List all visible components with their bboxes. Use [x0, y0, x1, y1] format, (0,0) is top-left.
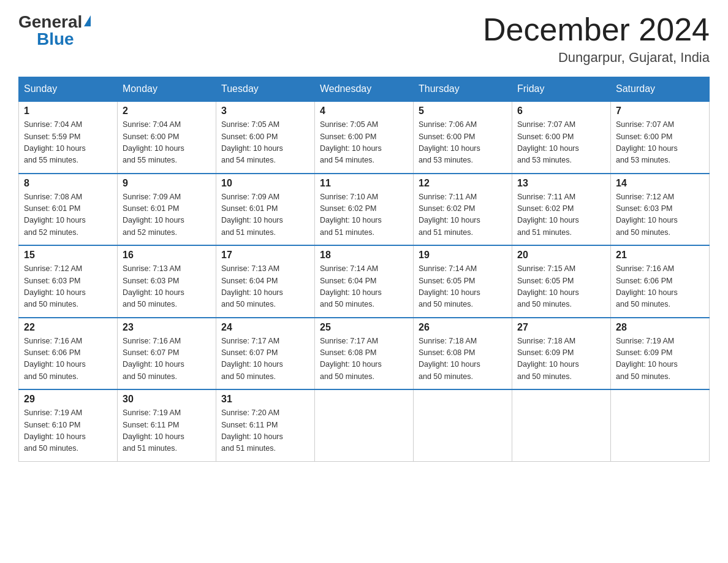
day-number: 26 [419, 322, 507, 333]
day-number: 10 [221, 178, 309, 189]
calendar-cell: 21 Sunrise: 7:16 AM Sunset: 6:06 PM Dayl… [611, 245, 710, 318]
day-number: 14 [616, 178, 704, 189]
week-row-1: 1 Sunrise: 7:04 AM Sunset: 5:59 PM Dayli… [19, 101, 710, 174]
calendar-cell: 19 Sunrise: 7:14 AM Sunset: 6:05 PM Dayl… [414, 245, 512, 318]
calendar-cell [512, 389, 611, 461]
day-number: 11 [320, 178, 408, 189]
day-number: 18 [320, 250, 408, 261]
calendar-cell: 3 Sunrise: 7:05 AM Sunset: 6:00 PM Dayli… [216, 101, 315, 174]
day-number: 29 [24, 394, 112, 405]
day-number: 27 [517, 322, 605, 333]
day-info: Sunrise: 7:19 AM Sunset: 6:10 PM Dayligh… [24, 407, 112, 455]
day-number: 6 [517, 105, 605, 117]
weekday-header-thursday: Thursday [414, 77, 512, 102]
weekday-header-wednesday: Wednesday [315, 77, 414, 102]
day-info: Sunrise: 7:08 AM Sunset: 6:01 PM Dayligh… [24, 191, 112, 239]
day-number: 19 [419, 250, 507, 261]
day-info: Sunrise: 7:13 AM Sunset: 6:04 PM Dayligh… [221, 263, 309, 311]
weekday-header-monday: Monday [118, 77, 216, 102]
calendar-cell: 12 Sunrise: 7:11 AM Sunset: 6:02 PM Dayl… [414, 174, 512, 246]
day-info: Sunrise: 7:05 AM Sunset: 6:00 PM Dayligh… [221, 119, 309, 167]
day-info: Sunrise: 7:10 AM Sunset: 6:02 PM Dayligh… [320, 191, 408, 239]
weekday-header-friday: Friday [512, 77, 611, 102]
day-info: Sunrise: 7:09 AM Sunset: 6:01 PM Dayligh… [221, 191, 309, 239]
calendar-cell: 17 Sunrise: 7:13 AM Sunset: 6:04 PM Dayl… [216, 245, 315, 318]
weekday-header-sunday: Sunday [19, 77, 118, 102]
day-number: 21 [616, 250, 704, 261]
day-number: 31 [221, 394, 309, 405]
day-number: 4 [320, 105, 408, 117]
calendar-cell: 13 Sunrise: 7:11 AM Sunset: 6:02 PM Dayl… [512, 174, 611, 246]
day-number: 23 [123, 322, 211, 333]
calendar-cell: 8 Sunrise: 7:08 AM Sunset: 6:01 PM Dayli… [19, 174, 118, 246]
day-info: Sunrise: 7:07 AM Sunset: 6:00 PM Dayligh… [616, 119, 704, 167]
day-number: 3 [221, 105, 309, 117]
calendar-cell: 10 Sunrise: 7:09 AM Sunset: 6:01 PM Dayl… [216, 174, 315, 246]
calendar-cell: 2 Sunrise: 7:04 AM Sunset: 6:00 PM Dayli… [118, 101, 216, 174]
day-info: Sunrise: 7:13 AM Sunset: 6:03 PM Dayligh… [123, 263, 211, 311]
calendar-cell: 23 Sunrise: 7:16 AM Sunset: 6:07 PM Dayl… [118, 318, 216, 390]
calendar-cell: 18 Sunrise: 7:14 AM Sunset: 6:04 PM Dayl… [315, 245, 414, 318]
day-number: 25 [320, 322, 408, 333]
calendar-cell: 29 Sunrise: 7:19 AM Sunset: 6:10 PM Dayl… [19, 389, 118, 461]
calendar-cell [414, 389, 512, 461]
day-number: 9 [123, 178, 211, 189]
day-info: Sunrise: 7:17 AM Sunset: 6:08 PM Dayligh… [320, 335, 408, 383]
day-number: 13 [517, 178, 605, 189]
calendar-cell: 6 Sunrise: 7:07 AM Sunset: 6:00 PM Dayli… [512, 101, 611, 174]
day-info: Sunrise: 7:04 AM Sunset: 6:00 PM Dayligh… [123, 119, 211, 167]
day-number: 30 [123, 394, 211, 405]
day-number: 8 [24, 178, 112, 189]
day-number: 17 [221, 250, 309, 261]
logo: General Blue [18, 12, 91, 49]
calendar-cell: 14 Sunrise: 7:12 AM Sunset: 6:03 PM Dayl… [611, 174, 710, 246]
calendar-cell: 30 Sunrise: 7:19 AM Sunset: 6:11 PM Dayl… [118, 389, 216, 461]
week-row-3: 15 Sunrise: 7:12 AM Sunset: 6:03 PM Dayl… [19, 245, 710, 318]
day-info: Sunrise: 7:16 AM Sunset: 6:07 PM Dayligh… [123, 335, 211, 383]
day-info: Sunrise: 7:19 AM Sunset: 6:09 PM Dayligh… [616, 335, 704, 383]
calendar-cell: 1 Sunrise: 7:04 AM Sunset: 5:59 PM Dayli… [19, 101, 118, 174]
calendar-cell: 20 Sunrise: 7:15 AM Sunset: 6:05 PM Dayl… [512, 245, 611, 318]
calendar-cell: 28 Sunrise: 7:19 AM Sunset: 6:09 PM Dayl… [611, 318, 710, 390]
day-info: Sunrise: 7:18 AM Sunset: 6:09 PM Dayligh… [517, 335, 605, 383]
day-number: 2 [123, 105, 211, 117]
calendar-cell: 15 Sunrise: 7:12 AM Sunset: 6:03 PM Dayl… [19, 245, 118, 318]
day-info: Sunrise: 7:17 AM Sunset: 6:07 PM Dayligh… [221, 335, 309, 383]
weekday-header-tuesday: Tuesday [216, 77, 315, 102]
calendar-cell [315, 389, 414, 461]
calendar-cell: 5 Sunrise: 7:06 AM Sunset: 6:00 PM Dayli… [414, 101, 512, 174]
day-info: Sunrise: 7:11 AM Sunset: 6:02 PM Dayligh… [419, 191, 507, 239]
week-row-4: 22 Sunrise: 7:16 AM Sunset: 6:06 PM Dayl… [19, 318, 710, 390]
calendar-cell: 25 Sunrise: 7:17 AM Sunset: 6:08 PM Dayl… [315, 318, 414, 390]
week-row-2: 8 Sunrise: 7:08 AM Sunset: 6:01 PM Dayli… [19, 174, 710, 246]
day-info: Sunrise: 7:04 AM Sunset: 5:59 PM Dayligh… [24, 119, 112, 167]
calendar-cell: 11 Sunrise: 7:10 AM Sunset: 6:02 PM Dayl… [315, 174, 414, 246]
day-info: Sunrise: 7:12 AM Sunset: 6:03 PM Dayligh… [24, 263, 112, 311]
day-number: 12 [419, 178, 507, 189]
calendar-cell [611, 389, 710, 461]
day-info: Sunrise: 7:14 AM Sunset: 6:04 PM Dayligh… [320, 263, 408, 311]
day-number: 5 [419, 105, 507, 117]
day-number: 16 [123, 250, 211, 261]
location-title: Dungarpur, Gujarat, India [483, 50, 710, 66]
day-info: Sunrise: 7:05 AM Sunset: 6:00 PM Dayligh… [320, 119, 408, 167]
day-info: Sunrise: 7:15 AM Sunset: 6:05 PM Dayligh… [517, 263, 605, 311]
day-info: Sunrise: 7:14 AM Sunset: 6:05 PM Dayligh… [419, 263, 507, 311]
calendar-cell: 24 Sunrise: 7:17 AM Sunset: 6:07 PM Dayl… [216, 318, 315, 390]
day-info: Sunrise: 7:20 AM Sunset: 6:11 PM Dayligh… [221, 407, 309, 455]
calendar-cell: 31 Sunrise: 7:20 AM Sunset: 6:11 PM Dayl… [216, 389, 315, 461]
day-info: Sunrise: 7:19 AM Sunset: 6:11 PM Dayligh… [123, 407, 211, 455]
calendar-cell: 26 Sunrise: 7:18 AM Sunset: 6:08 PM Dayl… [414, 318, 512, 390]
day-info: Sunrise: 7:06 AM Sunset: 6:00 PM Dayligh… [419, 119, 507, 167]
calendar-table: SundayMondayTuesdayWednesdayThursdayFrid… [18, 77, 710, 462]
day-number: 22 [24, 322, 112, 333]
day-info: Sunrise: 7:11 AM Sunset: 6:02 PM Dayligh… [517, 191, 605, 239]
logo-blue-text: Blue [37, 29, 74, 49]
calendar-cell: 9 Sunrise: 7:09 AM Sunset: 6:01 PM Dayli… [118, 174, 216, 246]
day-info: Sunrise: 7:12 AM Sunset: 6:03 PM Dayligh… [616, 191, 704, 239]
calendar-cell: 22 Sunrise: 7:16 AM Sunset: 6:06 PM Dayl… [19, 318, 118, 390]
week-row-5: 29 Sunrise: 7:19 AM Sunset: 6:10 PM Dayl… [19, 389, 710, 461]
weekday-header-saturday: Saturday [611, 77, 710, 102]
page-header: General Blue December 2024 Dungarpur, Gu… [18, 12, 710, 66]
day-number: 1 [24, 105, 112, 117]
